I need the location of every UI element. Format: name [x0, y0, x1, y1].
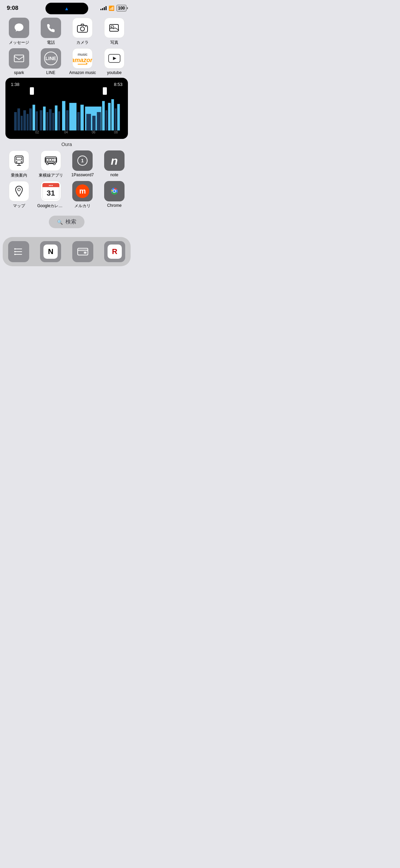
app-amazon-music[interactable]: music amazon Amazon music [69, 48, 96, 75]
status-time: 9:08 [7, 5, 18, 12]
svg-rect-8 [14, 112, 17, 130]
phone-icon[interactable] [41, 18, 61, 38]
app-gcal[interactable]: ●●● 31 Googleカレン… [37, 181, 64, 209]
svg-rect-18 [46, 112, 49, 130]
svg-rect-43 [16, 157, 22, 160]
status-bar: 9:08 ▲ 📶 100 [0, 0, 133, 14]
svg-point-58 [18, 188, 20, 191]
svg-rect-72 [84, 252, 87, 254]
app-mercari[interactable]: m メルカリ [69, 181, 96, 209]
mercari-label: メルカリ [69, 203, 96, 209]
transit-icon[interactable] [9, 150, 29, 171]
svg-rect-11 [23, 110, 26, 131]
amazon-music-icon[interactable]: music amazon [72, 48, 93, 69]
toyoko-icon[interactable] [41, 150, 61, 171]
svg-text:02: 02 [35, 130, 39, 134]
line-icon[interactable]: LINE [41, 48, 61, 69]
oura-widget[interactable]: 1:38 8:53 [5, 78, 128, 139]
svg-rect-24 [66, 110, 69, 131]
app-phone[interactable]: 電話 [37, 18, 64, 46]
app-1password[interactable]: 1 1Password7 [69, 150, 96, 178]
app-note[interactable]: n note [101, 150, 128, 178]
svg-rect-33 [106, 110, 108, 131]
amazon-logo-text: amazon [72, 57, 93, 63]
note-icon-container[interactable]: n [104, 150, 125, 171]
app-photos[interactable]: 写真 [101, 18, 128, 46]
messages-icon[interactable] [9, 18, 29, 38]
dynamic-island: ▲ [45, 3, 88, 14]
rakuten-inner-icon: R [108, 245, 122, 259]
signal-bar-4 [106, 6, 107, 10]
svg-rect-10 [21, 116, 23, 130]
app-chrome[interactable]: Chrome [101, 181, 128, 209]
1password-svg-icon: 1 [76, 155, 89, 167]
gcal-icon[interactable]: ●●● 31 [41, 181, 61, 201]
search-bar[interactable]: 🔍 検索 [5, 216, 128, 228]
camera-icon[interactable] [72, 18, 93, 38]
search-pill-text: 検索 [65, 218, 76, 225]
photos-label: 写真 [101, 40, 128, 46]
svg-point-45 [21, 161, 22, 163]
phone-svg-icon [46, 23, 56, 33]
search-pill[interactable]: 🔍 検索 [49, 216, 84, 228]
svg-rect-13 [29, 108, 32, 130]
svg-rect-70 [78, 248, 88, 255]
svg-rect-5 [14, 55, 24, 62]
app-toyoko[interactable]: 東横線アプリ [37, 150, 64, 178]
app-spark[interactable]: spark [5, 48, 33, 75]
app-maps[interactable]: マップ [5, 181, 33, 209]
svg-rect-71 [78, 250, 88, 251]
svg-marker-7 [113, 57, 116, 60]
app-line[interactable]: LINE LINE [37, 48, 64, 75]
app-youtube[interactable]: youtube [101, 48, 128, 75]
spark-icon[interactable] [9, 48, 29, 69]
dock-reminders[interactable] [8, 241, 29, 262]
gcal-label: Googleカレン… [37, 203, 64, 209]
svg-point-1 [80, 27, 84, 31]
home-screen: メッセージ 電話 カメラ [0, 14, 133, 237]
dock-notion[interactable]: N [40, 241, 61, 262]
app-messages[interactable]: メッセージ [5, 18, 33, 46]
chrome-icon[interactable] [104, 181, 125, 201]
chrome-label: Chrome [101, 203, 128, 208]
youtube-svg-icon [108, 54, 120, 63]
photos-icon[interactable] [104, 18, 125, 38]
svg-rect-21 [55, 106, 58, 131]
maps-icon[interactable] [9, 181, 29, 201]
app-transit[interactable]: 乗換案内 [5, 150, 33, 178]
svg-rect-35 [111, 99, 114, 130]
navigation-arrow-icon: ▲ [64, 6, 69, 11]
svg-rect-52 [52, 159, 54, 161]
amazon-music-label: Amazon music [69, 70, 96, 75]
gcal-body: 31 [42, 187, 59, 199]
svg-rect-30 [92, 116, 96, 130]
svg-point-2 [85, 26, 87, 27]
camera-svg-icon [77, 23, 88, 33]
svg-point-63 [113, 190, 115, 193]
svg-rect-34 [108, 103, 111, 130]
svg-point-67 [14, 251, 16, 252]
signal-bar-2 [102, 8, 103, 10]
svg-rect-22 [58, 111, 60, 130]
1password-icon[interactable]: 1 [72, 150, 93, 171]
note-letter: n [111, 155, 118, 166]
app-camera[interactable]: カメラ [69, 18, 96, 46]
mercari-letter: m [79, 187, 86, 196]
wifi-icon: 📶 [109, 5, 114, 11]
svg-rect-48 [45, 157, 57, 163]
spark-svg-icon [14, 54, 24, 63]
signal-bars [100, 6, 107, 10]
youtube-icon[interactable] [104, 48, 125, 69]
oura-marker-right [103, 87, 107, 95]
camera-label: カメラ [69, 40, 96, 46]
dock-rakuten[interactable]: R [104, 241, 125, 262]
mercari-icon[interactable]: m [72, 181, 93, 201]
svg-rect-32 [102, 101, 105, 131]
svg-rect-29 [87, 114, 91, 130]
svg-point-65 [14, 248, 16, 250]
dock-wallet[interactable] [72, 241, 93, 262]
maps-svg-icon [14, 185, 24, 197]
photos-svg-icon [109, 23, 120, 33]
svg-rect-23 [62, 101, 65, 131]
line-label: LINE [37, 70, 64, 75]
